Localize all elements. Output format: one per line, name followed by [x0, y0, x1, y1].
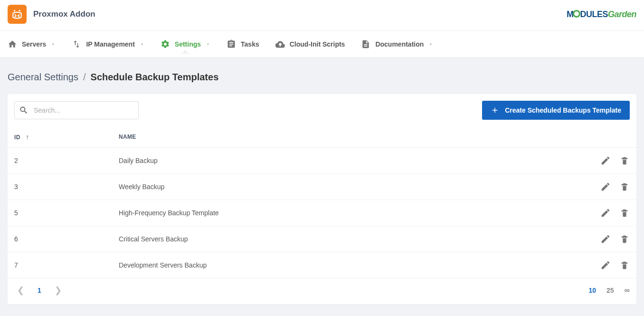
delete-icon[interactable] — [619, 260, 630, 270]
search-input[interactable] — [14, 101, 139, 119]
sort-asc-icon: ↑ — [26, 133, 29, 141]
current-page[interactable]: 1 — [38, 287, 41, 294]
delete-icon[interactable] — [619, 155, 630, 166]
nav-label: Settings — [175, 40, 201, 48]
nav-label: Tasks — [241, 40, 259, 48]
prev-page-button[interactable]: ❮ — [14, 283, 27, 297]
page-size-option[interactable]: ∞ — [625, 286, 630, 295]
page-size-option[interactable]: 10 — [588, 287, 596, 294]
content-area: General Settings / Schedule Backup Templ… — [0, 57, 644, 316]
svg-point-1 — [19, 10, 20, 11]
main-nav: Servers IP Management Settings Tasks Clo… — [0, 31, 644, 57]
page-size-option[interactable]: 25 — [606, 287, 614, 294]
cell-actions — [473, 200, 636, 226]
chevron-down-icon — [51, 42, 56, 47]
cell-id: 7 — [8, 252, 112, 278]
breadcrumb: General Settings / Schedule Backup Templ… — [8, 72, 636, 83]
document-icon — [361, 39, 370, 49]
modulesgarden-logo: MDULESGarden — [567, 10, 636, 19]
breadcrumb-current: Schedule Backup Templates — [91, 72, 219, 83]
brand-left: Proxmox Addon — [8, 5, 95, 24]
cell-actions — [473, 226, 636, 252]
cell-id: 3 — [8, 174, 112, 200]
delete-icon[interactable] — [619, 234, 630, 244]
svg-point-0 — [14, 10, 15, 11]
nav-label: Servers — [22, 40, 46, 48]
nav-documentation[interactable]: Documentation — [361, 39, 433, 49]
cell-name: Critical Servers Backup — [112, 226, 473, 252]
table-row: 3Weekly Backup — [8, 174, 636, 200]
col-actions — [473, 126, 636, 148]
create-button-label: Create Scheduled Backups Template — [505, 106, 621, 114]
cell-actions — [473, 252, 636, 278]
clipboard-icon — [227, 39, 236, 49]
cell-id: 6 — [8, 226, 112, 252]
nav-cloud-init[interactable]: Cloud-Init Scripts — [275, 39, 345, 49]
app-title: Proxmox Addon — [33, 10, 95, 19]
delete-icon[interactable] — [619, 182, 630, 192]
nav-ip-management[interactable]: IP Management — [72, 39, 144, 49]
col-name[interactable]: NAME — [112, 126, 473, 148]
search-wrapper — [14, 101, 139, 119]
nav-servers[interactable]: Servers — [8, 39, 56, 49]
table-row: 6Critical Servers Backup — [8, 226, 636, 252]
table-row: 5High-Frequency Backup Template — [8, 200, 636, 226]
cloud-upload-icon — [275, 39, 285, 49]
col-id[interactable]: ID ↑ — [8, 126, 112, 148]
nav-settings[interactable]: Settings — [161, 39, 210, 49]
breadcrumb-separator: / — [83, 72, 86, 83]
panel-toolbar: Create Scheduled Backups Template — [8, 94, 636, 126]
cell-id: 2 — [8, 148, 112, 174]
panel-footer: ❮ 1 ❯ 1025∞ — [8, 278, 636, 304]
chevron-down-icon — [140, 42, 144, 47]
cell-name: High-Frequency Backup Template — [112, 200, 473, 226]
cell-id: 5 — [8, 200, 112, 226]
search-icon — [19, 105, 28, 115]
breadcrumb-parent[interactable]: General Settings — [8, 72, 78, 83]
edit-icon[interactable] — [600, 155, 611, 166]
cell-name: Development Servers Backup — [112, 252, 473, 278]
edit-icon[interactable] — [600, 208, 611, 218]
gear-icon — [161, 39, 170, 49]
pager: ❮ 1 ❯ — [14, 283, 65, 297]
edit-icon[interactable] — [600, 234, 611, 244]
nav-label: Documentation — [375, 40, 424, 48]
app-logo-icon — [8, 5, 27, 24]
cell-actions — [473, 174, 636, 200]
delete-icon[interactable] — [619, 208, 630, 218]
nav-label: Cloud-Init Scripts — [290, 40, 345, 48]
main-panel: Create Scheduled Backups Template ID ↑ N… — [8, 94, 636, 304]
templates-table: ID ↑ NAME 2Daily Backup3Weekly Backup5Hi… — [8, 126, 636, 278]
cell-name: Daily Backup — [112, 148, 473, 174]
page-size-selector: 1025∞ — [588, 286, 630, 295]
top-bar: Proxmox Addon MDULESGarden — [0, 0, 644, 31]
create-template-button[interactable]: Create Scheduled Backups Template — [482, 101, 630, 120]
swap-vertical-icon — [72, 39, 81, 49]
table-row: 2Daily Backup — [8, 148, 636, 174]
nav-label: IP Management — [86, 40, 134, 48]
chevron-down-icon — [428, 42, 433, 47]
edit-icon[interactable] — [600, 260, 611, 270]
cell-actions — [473, 148, 636, 174]
nav-tasks[interactable]: Tasks — [227, 39, 259, 49]
home-icon — [8, 39, 17, 49]
table-row: 7Development Servers Backup — [8, 252, 636, 278]
next-page-button[interactable]: ❯ — [52, 283, 65, 297]
plus-icon — [491, 106, 499, 115]
cell-name: Weekly Backup — [112, 174, 473, 200]
chevron-down-icon — [206, 42, 210, 47]
edit-icon[interactable] — [600, 182, 611, 192]
